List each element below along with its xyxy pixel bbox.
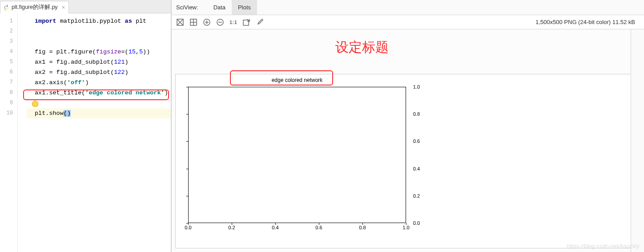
- code-line[interactable]: fig = plt.figure(figsize=(15,5)): [27, 47, 171, 57]
- color-picker-icon[interactable]: [256, 18, 264, 26]
- editor-tab[interactable]: plt.figure的详解.py ×: [0, 1, 69, 13]
- line-number: 3: [0, 37, 17, 47]
- intention-bulb-icon[interactable]: [32, 101, 38, 107]
- line-number: 5: [0, 57, 17, 67]
- code-line[interactable]: ax2 = fig.add_subplot(122): [27, 67, 171, 77]
- image-info: 1,500x500 PNG (24-bit color) 11.52 kB: [535, 19, 640, 25]
- code-area[interactable]: 1 2 3 4 5 6 7 8 9 10 import matplotlib.p…: [0, 13, 171, 252]
- sciview-header: SciView: Data Plots: [172, 0, 644, 15]
- y-tick-label: 0.0: [413, 220, 420, 226]
- sciview-title: SciView:: [176, 4, 198, 11]
- line-number: 10: [0, 108, 17, 118]
- svg-rect-4: [243, 20, 249, 25]
- code-line[interactable]: ax1.set_title('edge colored network'): [27, 88, 171, 98]
- y-tick-label: 0.6: [413, 138, 420, 144]
- x-tick-label: 0.2: [228, 225, 235, 230]
- plot-frame: edge colored network 0.00.20.40.60.81.00…: [175, 74, 640, 248]
- python-file-icon: [3, 4, 9, 11]
- fit-content-icon[interactable]: [176, 18, 184, 26]
- code-line[interactable]: ax2.axis('off'): [27, 77, 171, 88]
- y-tick-label: 1.0: [413, 84, 420, 89]
- code-line[interactable]: ax1 = fig.add_subplot(121): [27, 57, 171, 67]
- code-line[interactable]: import matplotlib.pyplot as plt: [27, 16, 171, 26]
- line-number: 9: [0, 98, 17, 108]
- line-number: 2: [0, 26, 17, 37]
- export-icon[interactable]: [242, 18, 250, 26]
- right-sidebar: [631, 29, 644, 252]
- gutter: 1 2 3 4 5 6 7 8 9 10: [0, 13, 18, 252]
- actual-size-button[interactable]: 1:1: [229, 20, 237, 25]
- sciview-pane: SciView: Data Plots 1:1 1,500x500 PNG (2…: [171, 0, 644, 252]
- code-line[interactable]: plt.show(): [27, 108, 171, 118]
- x-tick-label: 0.4: [272, 225, 278, 230]
- y-tick-label: 0.4: [413, 166, 420, 171]
- red-annotation-text: 设定标题: [335, 38, 389, 57]
- zoom-in-icon[interactable]: [203, 18, 211, 26]
- tab-data[interactable]: Data: [207, 0, 232, 15]
- code-line[interactable]: [27, 26, 171, 37]
- breakpoint-strip[interactable]: [18, 13, 27, 252]
- x-tick-label: 0.0: [185, 225, 191, 230]
- close-icon[interactable]: ×: [60, 4, 65, 11]
- line-number: 8: [0, 88, 17, 98]
- watermark: https://blog.csdn.net/baozkly: [567, 243, 640, 249]
- tab-plots[interactable]: Plots: [232, 0, 257, 15]
- x-tick-label: 0.6: [315, 225, 322, 230]
- sciview-toolbar: 1:1 1,500x500 PNG (24-bit color) 11.52 k…: [172, 15, 644, 29]
- code-line[interactable]: [27, 98, 171, 108]
- line-number: 6: [0, 67, 17, 77]
- sciview-canvas[interactable]: 设定标题 edge colored network 0.00.20.40.60.…: [172, 29, 644, 252]
- line-number: 7: [0, 77, 17, 88]
- x-tick-label: 1.0: [402, 225, 409, 230]
- x-tick-label: 0.8: [359, 225, 366, 230]
- y-tick-label: 0.2: [413, 193, 420, 199]
- line-number: 1: [0, 16, 17, 26]
- plot-title: edge colored network: [188, 77, 406, 83]
- editor-pane: plt.figure的详解.py × 1 2 3 4 5 6 7 8 9 10 …: [0, 0, 171, 252]
- plot-axes: [188, 87, 406, 223]
- editor-tab-label: plt.figure的详解.py: [12, 4, 58, 11]
- y-tick-label: 0.8: [413, 111, 420, 117]
- zoom-out-icon[interactable]: [216, 18, 224, 26]
- code-body[interactable]: import matplotlib.pyplot as pltfig = plt…: [27, 13, 171, 252]
- grid-icon[interactable]: [189, 18, 197, 26]
- editor-tab-bar: plt.figure的详解.py ×: [0, 0, 171, 13]
- line-number: 4: [0, 47, 17, 57]
- code-line[interactable]: [27, 37, 171, 47]
